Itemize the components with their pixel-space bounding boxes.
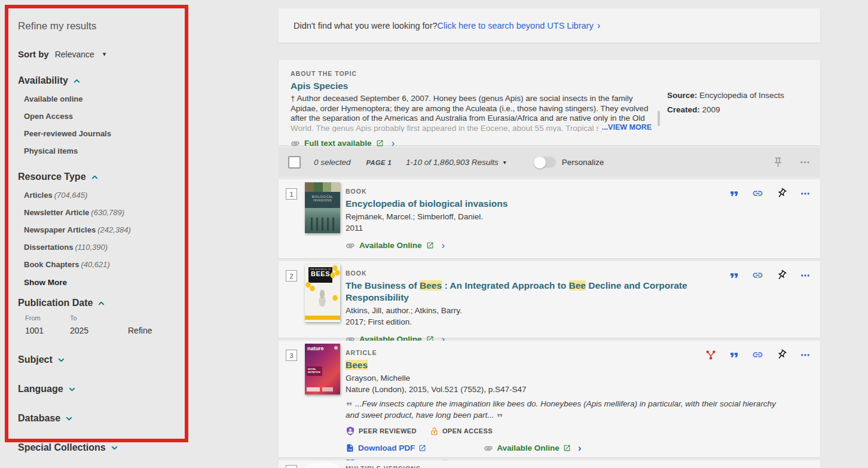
full-text-available-link[interactable]: Full text available <box>304 139 372 148</box>
available-online-link[interactable]: Available Online <box>359 241 422 250</box>
select-all-checkbox[interactable] <box>288 156 301 169</box>
pin-record-button[interactable] <box>774 185 789 201</box>
permalink-button[interactable] <box>752 270 763 281</box>
pushpin-icon <box>774 267 789 283</box>
result-authors: Grayson, Michelle <box>346 374 728 383</box>
chevron-down-icon <box>68 385 77 394</box>
facet-section-database[interactable]: Database <box>18 413 178 424</box>
facet-articles[interactable]: Articles(704,645) <box>24 191 178 200</box>
date-from-input[interactable] <box>25 326 61 335</box>
citation-button[interactable] <box>729 188 739 199</box>
results-toolbar: 0 selected PAGE 1 1-10 of 1,860,903 Resu… <box>279 148 820 177</box>
citation-button[interactable] <box>729 350 739 360</box>
facet-section-publication-date[interactable]: Publication Date <box>18 298 178 308</box>
attachment-icon <box>346 241 355 250</box>
facet-available-online[interactable]: Available online <box>24 94 178 103</box>
ellipsis-icon <box>800 350 811 360</box>
citation-trail-icon <box>705 350 716 360</box>
search-beyond-link[interactable]: Click here to search beyond UTS Library <box>438 21 594 30</box>
chevron-right-icon[interactable]: › <box>442 240 445 250</box>
toggle-knob[interactable] <box>534 157 546 169</box>
facet-physical-items[interactable]: Physical items <box>24 146 178 155</box>
open-in-new-icon <box>418 444 426 452</box>
created-label: Created: <box>667 105 700 114</box>
result-item-3: 3 nature NOVEL MUTATION ARTICLE Bees Gra… <box>279 341 820 457</box>
pin-record-button[interactable] <box>774 267 789 283</box>
sort-by-label: Sort by <box>18 49 49 59</box>
refine-date-button[interactable]: Refine <box>128 326 152 336</box>
facet-newspaper-articles[interactable]: Newspaper Articles(242,384) <box>24 225 178 234</box>
chevron-up-icon <box>97 299 106 308</box>
result-thumbnail[interactable] <box>305 463 340 468</box>
more-actions-button[interactable] <box>800 188 811 199</box>
facet-newsletter-article[interactable]: Newsletter Article(630,789) <box>24 208 178 217</box>
sort-caret-icon[interactable]: ▾ <box>103 50 106 58</box>
refine-sidebar: Refine my results Sort by Relevance ▾ Av… <box>5 5 188 442</box>
availability-row[interactable]: Available Online › <box>346 240 728 250</box>
attachment-icon <box>484 443 493 453</box>
ellipsis-icon <box>799 157 811 168</box>
result-thumbnail[interactable]: nature NOVEL MUTATION <box>305 344 340 394</box>
citation-button[interactable] <box>729 270 739 281</box>
chevron-right-icon[interactable]: › <box>597 20 601 30</box>
facet-count: (704,645) <box>54 191 88 200</box>
peer-reviewed-badge: PEER REVIEWED <box>346 426 417 436</box>
result-title-link[interactable]: Bees <box>346 359 728 371</box>
personalize-toggle[interactable] <box>534 157 556 168</box>
open-in-new-icon[interactable] <box>426 241 434 249</box>
result-item-2: 2 THE BUSINESS OFBEES BOOK The Business … <box>279 261 820 338</box>
facet-count: (242,384) <box>97 225 131 234</box>
sort-by-value[interactable]: Relevance <box>55 50 94 59</box>
more-actions-button[interactable] <box>799 157 811 168</box>
available-online-row[interactable]: Available Online › <box>484 443 581 453</box>
pin-record-button[interactable] <box>774 347 789 362</box>
chevron-up-icon <box>90 173 99 182</box>
open-access-badge: OPEN ACCESS <box>430 427 493 436</box>
open-in-new-icon[interactable] <box>563 444 571 452</box>
banner-text: Didn't find what you were looking for? <box>294 21 438 30</box>
results-count-dropdown[interactable]: 1-10 of 1,860,903 Results <box>406 158 499 167</box>
chevron-right-icon[interactable]: › <box>392 138 395 148</box>
facet-section-special-collections[interactable]: Special Collections <box>18 442 178 453</box>
facet-dissertations[interactable]: Dissertations(110,390) <box>24 243 178 252</box>
personalize-label: Personalize <box>562 158 604 167</box>
results-caret-icon[interactable]: ▾ <box>503 159 506 166</box>
permalink-button[interactable] <box>752 349 763 360</box>
facet-section-resource-type[interactable]: Resource Type <box>18 172 178 182</box>
result-thumbnail[interactable]: THE BUSINESS OFBEES <box>305 264 340 322</box>
citation-trail-button[interactable] <box>705 350 716 360</box>
topic-scrollbar[interactable] <box>658 111 660 126</box>
date-to-input[interactable] <box>70 326 106 335</box>
facet-section-subject[interactable]: Subject <box>18 354 178 365</box>
more-actions-button[interactable] <box>800 270 811 281</box>
quote-open-icon <box>346 400 353 408</box>
sort-by-control[interactable]: Sort by Relevance ▾ <box>18 49 178 59</box>
open-in-new-icon[interactable] <box>376 139 384 147</box>
facet-section-availability[interactable]: Availability <box>18 75 178 86</box>
full-text-available-row[interactable]: Full text available › <box>291 138 808 148</box>
facet-open-access[interactable]: Open Access <box>24 112 178 121</box>
result-thumbnail[interactable]: BIOLOGICALINVASIONS <box>305 182 340 233</box>
result-number-badge: 2 <box>286 270 297 282</box>
result-title-link[interactable]: The Business of Bees : An Integrated App… <box>346 280 728 304</box>
available-online-link[interactable]: Available Online <box>497 443 560 452</box>
facet-section-label: Special Collections <box>18 442 106 453</box>
facet-book-chapters[interactable]: Book Chapters(40,621) <box>24 260 178 269</box>
result-item-4-partial: 4 MULTIPLE VERSIONS <box>279 460 820 468</box>
chevron-down-icon <box>110 443 119 452</box>
quote-icon <box>729 188 739 199</box>
result-title-link[interactable]: Encyclopedia of biological invasions <box>346 198 728 210</box>
permalink-button[interactable] <box>752 188 763 199</box>
chevron-right-icon[interactable]: › <box>578 443 582 453</box>
pin-results-button[interactable] <box>772 157 784 168</box>
selected-count: 0 selected <box>314 158 351 167</box>
topic-body-wrap: † Author deceased September 6, 2007. Hon… <box>291 94 660 132</box>
more-actions-button[interactable] <box>800 350 811 360</box>
date-to-label: To <box>70 314 115 322</box>
facet-section-language[interactable]: Language <box>18 384 178 394</box>
download-pdf-link[interactable]: Download PDF <box>346 443 426 452</box>
facet-peer-reviewed[interactable]: Peer-reviewed Journals <box>24 129 178 138</box>
show-more-button[interactable]: Show More <box>24 278 178 287</box>
view-more-link[interactable]: ...VIEW MORE <box>598 123 652 131</box>
resource-type-label: MULTIPLE VERSIONS <box>346 465 728 468</box>
